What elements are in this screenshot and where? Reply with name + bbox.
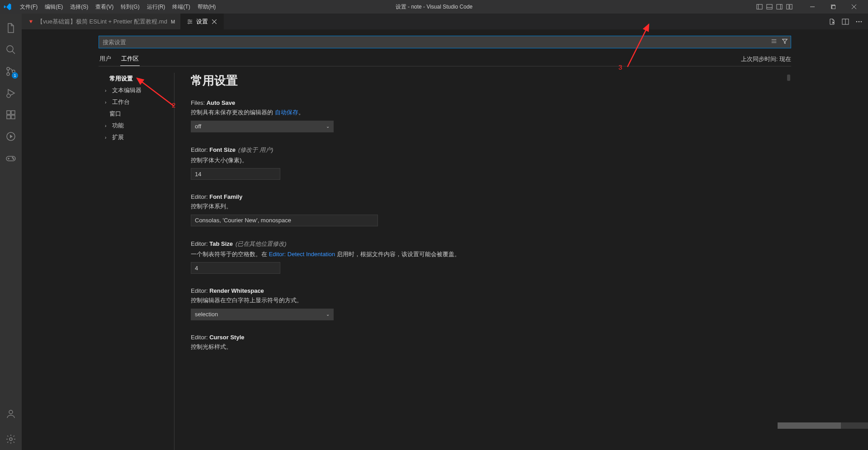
toggle-panel-right-icon[interactable] xyxy=(776,3,783,10)
clear-search-icon[interactable] xyxy=(770,38,778,45)
tab-label: 【vue基础篇】极简 ESLint + Prettier 配置教程.md xyxy=(37,18,167,26)
autosave-select[interactable]: off⌄ xyxy=(191,121,334,132)
toggle-panel-left-icon[interactable] xyxy=(756,3,763,10)
open-settings-json-icon[interactable] xyxy=(828,18,835,25)
close-tab-icon[interactable] xyxy=(211,18,218,25)
menu-bar: 文件(F) 编辑(E) 选择(S) 查看(V) 转到(G) 运行(R) 终端(T… xyxy=(16,1,219,13)
explorer-icon[interactable] xyxy=(0,17,22,39)
settings-editor: 用户 工作区 上次同步时间: 现在 常用设置 ›文本编辑器 ›工作台 窗口 ›功… xyxy=(22,29,868,450)
settings-tab-icon xyxy=(186,18,193,25)
toc-features[interactable]: ›功能 xyxy=(99,120,172,131)
filter-icon[interactable] xyxy=(781,38,788,45)
annotation-label-3: 3 xyxy=(618,63,622,71)
tab-markdown-file[interactable]: 🔻 【vue基础篇】极简 ESLint + Prettier 配置教程.md M xyxy=(22,14,181,29)
svg-point-31 xyxy=(9,438,12,441)
menu-run[interactable]: 运行(R) xyxy=(143,1,169,13)
game-controller-icon[interactable] xyxy=(0,147,22,169)
tab-label: 设置 xyxy=(196,18,208,26)
svg-point-30 xyxy=(9,410,13,414)
menu-edit[interactable]: 编辑(E) xyxy=(41,1,66,13)
more-actions-icon[interactable] xyxy=(855,18,863,25)
menu-terminal[interactable]: 终端(T) xyxy=(169,1,193,13)
scope-user-tab[interactable]: 用户 xyxy=(99,55,112,66)
window-title: 设置 - note - Visual Studio Code xyxy=(396,3,473,11)
detect-indentation-link[interactable]: Editor: Detect Indentation xyxy=(269,251,335,258)
svg-point-28 xyxy=(12,157,13,158)
scope-workspace-tab[interactable]: 工作区 xyxy=(120,55,140,66)
settings-gear-icon[interactable] xyxy=(0,428,22,450)
chevron-right-icon: › xyxy=(105,88,110,93)
svg-rect-7 xyxy=(790,5,792,9)
sync-status: 上次同步时间: 现在 xyxy=(741,55,791,66)
extensions-icon[interactable] xyxy=(0,104,22,126)
maximize-button[interactable] xyxy=(823,0,844,14)
tab-settings[interactable]: 设置 xyxy=(181,14,224,29)
whitespace-select[interactable]: selection⌄ xyxy=(191,309,334,320)
close-button[interactable] xyxy=(844,0,864,14)
chevron-down-icon: ⌄ xyxy=(326,312,330,317)
svg-rect-2 xyxy=(767,5,772,9)
chevron-right-icon: › xyxy=(105,123,110,128)
svg-point-14 xyxy=(7,46,13,52)
menu-help[interactable]: 帮助(H) xyxy=(194,1,220,13)
source-control-icon[interactable]: 1 xyxy=(0,61,22,82)
modified-indicator: M xyxy=(171,19,175,24)
setting-files-autosave: Files: Auto Save 控制具有未保存更改的编辑器的 自动保存。 of… xyxy=(191,99,552,132)
activity-bar: 1 xyxy=(0,14,22,450)
fontsize-input[interactable] xyxy=(191,168,280,180)
tabsize-input[interactable] xyxy=(191,262,280,274)
svg-rect-6 xyxy=(787,5,789,9)
chevron-down-icon: ⌄ xyxy=(326,124,330,129)
run-debug-icon[interactable] xyxy=(0,82,22,104)
toc-common[interactable]: 常用设置 xyxy=(99,73,172,84)
markdown-file-icon: 🔻 xyxy=(27,18,34,25)
scc-badge: 1 xyxy=(12,72,18,79)
menu-selection[interactable]: 选择(S) xyxy=(66,1,92,13)
tab-actions xyxy=(828,14,868,29)
svg-rect-21 xyxy=(11,111,15,114)
svg-point-43 xyxy=(859,21,860,22)
settings-toc: 常用设置 ›文本编辑器 ›工作台 窗口 ›功能 ›扩展 xyxy=(99,73,175,450)
annotation-label-2: 2 xyxy=(172,101,175,109)
svg-rect-23 xyxy=(11,115,15,119)
svg-point-19 xyxy=(7,94,10,98)
customize-layout-icon[interactable] xyxy=(786,3,793,10)
horizontal-scrollbar[interactable] xyxy=(778,422,868,429)
minimize-button[interactable] xyxy=(802,0,823,14)
settings-search-input[interactable] xyxy=(99,36,791,48)
chevron-right-icon: › xyxy=(105,100,110,105)
menu-view[interactable]: 查看(V) xyxy=(92,1,117,13)
setting-editor-fontfamily: Editor: Font Family 控制字体系列。 xyxy=(191,193,552,226)
svg-point-29 xyxy=(13,159,14,159)
toc-window[interactable]: 窗口 xyxy=(99,108,172,120)
toc-extensions[interactable]: ›扩展 xyxy=(99,131,172,143)
setting-editor-renderwhitespace: Editor: Render Whitespace 控制编辑器在空白字符上显示符… xyxy=(191,287,552,320)
search-icon[interactable] xyxy=(0,39,22,61)
svg-point-35 xyxy=(189,19,190,21)
fontfamily-input[interactable] xyxy=(191,215,378,226)
svg-point-37 xyxy=(188,23,189,24)
toc-workbench[interactable]: ›工作台 xyxy=(99,96,172,108)
live-preview-icon[interactable] xyxy=(0,126,22,147)
window-controls xyxy=(802,0,864,14)
menu-file[interactable]: 文件(F) xyxy=(16,1,41,13)
svg-point-16 xyxy=(7,67,9,70)
svg-point-42 xyxy=(856,21,858,22)
toggle-panel-bottom-icon[interactable] xyxy=(766,3,773,10)
svg-rect-0 xyxy=(757,5,762,9)
vscode-logo-icon xyxy=(4,3,12,11)
accounts-icon[interactable] xyxy=(0,403,22,425)
editor-tabs: 🔻 【vue基础篇】极简 ESLint + Prettier 配置教程.md M… xyxy=(22,14,868,29)
svg-line-15 xyxy=(12,51,15,54)
svg-point-44 xyxy=(861,21,862,22)
setting-editor-cursorstyle: Editor: Cursor Style 控制光标样式。 xyxy=(191,334,552,352)
svg-rect-10 xyxy=(832,5,835,9)
split-editor-icon[interactable] xyxy=(842,18,849,25)
layout-controls xyxy=(756,3,793,10)
setting-editor-fontsize: Editor: Font Size(修改于 用户) 控制字体大小(像素)。 xyxy=(191,146,552,180)
toc-text-editor[interactable]: ›文本编辑器 xyxy=(99,84,172,96)
content-scrollbar[interactable] xyxy=(787,75,790,81)
settings-content[interactable]: 常用设置 Files: Auto Save 控制具有未保存更改的编辑器的 自动保… xyxy=(175,73,791,450)
autosave-link[interactable]: 自动保存 xyxy=(275,109,298,116)
menu-go[interactable]: 转到(G) xyxy=(117,1,143,13)
